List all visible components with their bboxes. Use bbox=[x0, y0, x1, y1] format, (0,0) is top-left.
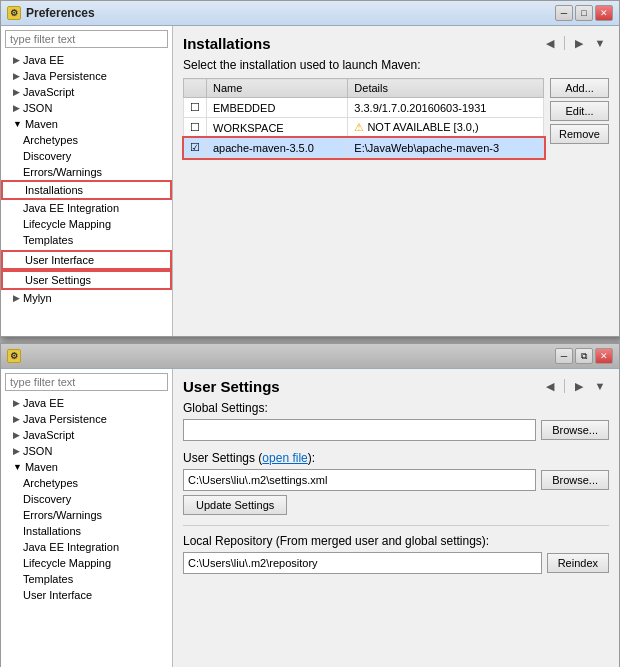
tree-item2-errors-warnings[interactable]: Errors/Warnings bbox=[1, 507, 172, 523]
global-settings-input-row: Browse... bbox=[183, 419, 609, 441]
tree-item2-templates[interactable]: Templates bbox=[1, 571, 172, 587]
table-row[interactable]: ☐ EMBEDDED 3.3.9/1.7.0.20160603-1931 bbox=[184, 98, 544, 118]
tree-item-templates[interactable]: Templates bbox=[1, 232, 172, 248]
update-settings-button[interactable]: Update Settings bbox=[183, 495, 287, 515]
restore-button2[interactable]: ⧉ bbox=[575, 348, 593, 364]
toolbar-icons: ◀ ▶ ▼ bbox=[541, 34, 609, 52]
tree-item-maven[interactable]: ▼Maven bbox=[1, 116, 172, 132]
tree-item2-json[interactable]: ▶JSON bbox=[1, 443, 172, 459]
table-row[interactable]: ☐ WORKSPACE ⚠ NOT AVAILABLE [3.0,) bbox=[184, 118, 544, 138]
forward-button[interactable]: ▶ bbox=[570, 34, 588, 52]
app-icon2: ⚙ bbox=[7, 349, 21, 363]
window-body2: ▶Java EE ▶Java Persistence ▶JavaScript ▶… bbox=[1, 369, 619, 667]
table-and-btns: Name Details ☐ EMBEDDED 3.3.9/1.7.0.2016… bbox=[183, 78, 609, 166]
col-check bbox=[184, 79, 207, 98]
tree-scroll2[interactable]: ▶Java EE ▶Java Persistence ▶JavaScript ▶… bbox=[1, 395, 172, 667]
tree-item-installations[interactable]: Installations bbox=[1, 180, 172, 200]
table-row-selected[interactable]: ☑ apache-maven-3.5.0 E:\JavaWeb\apache-m… bbox=[184, 138, 544, 158]
row-checkbox[interactable]: ☑ bbox=[184, 138, 207, 158]
remove-button[interactable]: Remove bbox=[550, 124, 609, 144]
tree-item2-java-persistence[interactable]: ▶Java Persistence bbox=[1, 411, 172, 427]
back-button2[interactable]: ◀ bbox=[541, 377, 559, 395]
arrow-icon: ▶ bbox=[13, 398, 20, 408]
toolbar-dropdown2[interactable]: ▼ bbox=[591, 377, 609, 395]
user-settings-label: User Settings (open file): bbox=[183, 451, 609, 465]
col-details: Details bbox=[348, 79, 544, 98]
arrow-icon: ▶ bbox=[13, 103, 20, 113]
toolbar-separator bbox=[564, 36, 565, 50]
global-settings-input[interactable] bbox=[183, 419, 536, 441]
tree-item-errors-warnings[interactable]: Errors/Warnings bbox=[1, 164, 172, 180]
toolbar-separator2 bbox=[564, 379, 565, 393]
tree-item2-user-interface[interactable]: User Interface bbox=[1, 587, 172, 603]
tree-item-json[interactable]: ▶JSON bbox=[1, 100, 172, 116]
minimize-button[interactable]: ─ bbox=[555, 5, 573, 21]
add-button[interactable]: Add... bbox=[550, 78, 609, 98]
toolbar-dropdown[interactable]: ▼ bbox=[591, 34, 609, 52]
global-browse-button[interactable]: Browse... bbox=[541, 420, 609, 440]
titlebar: ⚙ Preferences ─ □ ✕ bbox=[1, 1, 619, 26]
tree-item2-archetypes[interactable]: Archetypes bbox=[1, 475, 172, 491]
row-name: WORKSPACE bbox=[207, 118, 348, 138]
local-repo-input[interactable] bbox=[183, 552, 542, 574]
tree-item2-java-ee-integration[interactable]: Java EE Integration bbox=[1, 539, 172, 555]
row-name: EMBEDDED bbox=[207, 98, 348, 118]
edit-button[interactable]: Edit... bbox=[550, 101, 609, 121]
window-title: Preferences bbox=[26, 6, 95, 20]
close-button[interactable]: ✕ bbox=[595, 5, 613, 21]
content-panel: Installations ◀ ▶ ▼ Select the installat… bbox=[173, 26, 619, 336]
tree-scroll[interactable]: ▶Java EE ▶Java Persistence ▶JavaScript ▶… bbox=[1, 52, 172, 336]
tree-item-discovery[interactable]: Discovery bbox=[1, 148, 172, 164]
window-body: ▶Java EE ▶Java Persistence ▶JavaScript ▶… bbox=[1, 26, 619, 336]
arrow-icon: ▶ bbox=[13, 446, 20, 456]
tree-item2-lifecycle-mapping[interactable]: Lifecycle Mapping bbox=[1, 555, 172, 571]
filter-input2[interactable] bbox=[5, 373, 168, 391]
tree-panel2: ▶Java EE ▶Java Persistence ▶JavaScript ▶… bbox=[1, 369, 173, 667]
tree-item-javascript[interactable]: ▶JavaScript bbox=[1, 84, 172, 100]
arrow-icon: ▶ bbox=[13, 414, 20, 424]
arrow-icon: ▶ bbox=[13, 293, 20, 303]
row-checkbox[interactable]: ☐ bbox=[184, 118, 207, 138]
title-group: ⚙ Preferences bbox=[7, 6, 95, 20]
local-repo-label: Local Repository (From merged user and g… bbox=[183, 534, 609, 548]
tree-item2-discovery[interactable]: Discovery bbox=[1, 491, 172, 507]
back-button[interactable]: ◀ bbox=[541, 34, 559, 52]
minimize-button2[interactable]: ─ bbox=[555, 348, 573, 364]
col-name: Name bbox=[207, 79, 348, 98]
maximize-button[interactable]: □ bbox=[575, 5, 593, 21]
filter-input[interactable] bbox=[5, 30, 168, 48]
arrow-icon: ▶ bbox=[13, 87, 20, 97]
forward-button2[interactable]: ▶ bbox=[570, 377, 588, 395]
tree-item-user-interface[interactable]: User Interface bbox=[1, 250, 172, 270]
tree-item-mylyn[interactable]: ▶Mylyn bbox=[1, 290, 172, 306]
reindex-button[interactable]: Reindex bbox=[547, 553, 609, 573]
tree-item2-installations[interactable]: Installations bbox=[1, 523, 172, 539]
tree-item-java-ee[interactable]: ▶Java EE bbox=[1, 52, 172, 68]
tree-item-archetypes[interactable]: Archetypes bbox=[1, 132, 172, 148]
user-settings-input-row: Browse... bbox=[183, 469, 609, 491]
user-settings-input[interactable] bbox=[183, 469, 536, 491]
tree-item-java-persistence[interactable]: ▶Java Persistence bbox=[1, 68, 172, 84]
tree-item2-javascript[interactable]: ▶JavaScript bbox=[1, 427, 172, 443]
tree-item-user-settings[interactable]: User Settings bbox=[1, 270, 172, 290]
tree-item2-maven[interactable]: ▼Maven bbox=[1, 459, 172, 475]
row-details: E:\JavaWeb\apache-maven-3 bbox=[348, 138, 544, 158]
row-details: ⚠ NOT AVAILABLE [3.0,) bbox=[348, 118, 544, 138]
tree-item-java-ee-integration[interactable]: Java EE Integration bbox=[1, 200, 172, 216]
divider bbox=[183, 525, 609, 526]
user-browse-button[interactable]: Browse... bbox=[541, 470, 609, 490]
user-settings-window: ⚙ ─ ⧉ ✕ ▶Java EE ▶Java Persistence ▶Java… bbox=[0, 343, 620, 667]
preferences-window: ⚙ Preferences ─ □ ✕ ▶Java EE ▶Java Persi… bbox=[0, 0, 620, 337]
arrow-icon: ▼ bbox=[13, 119, 22, 129]
tree-item-lifecycle-mapping[interactable]: Lifecycle Mapping bbox=[1, 216, 172, 232]
tree-panel: ▶Java EE ▶Java Persistence ▶JavaScript ▶… bbox=[1, 26, 173, 336]
close-button2[interactable]: ✕ bbox=[595, 348, 613, 364]
content-panel2: User Settings ◀ ▶ ▼ Global Settings: Bro… bbox=[173, 369, 619, 667]
row-checkbox[interactable]: ☐ bbox=[184, 98, 207, 118]
section-label: Select the installation used to launch M… bbox=[183, 58, 609, 72]
installations-table: Name Details ☐ EMBEDDED 3.3.9/1.7.0.2016… bbox=[183, 78, 544, 158]
tree-item2-java-ee[interactable]: ▶Java EE bbox=[1, 395, 172, 411]
content-title: Installations bbox=[183, 35, 271, 52]
open-file-link[interactable]: open file bbox=[262, 451, 307, 465]
toolbar-icons2: ◀ ▶ ▼ bbox=[541, 377, 609, 395]
